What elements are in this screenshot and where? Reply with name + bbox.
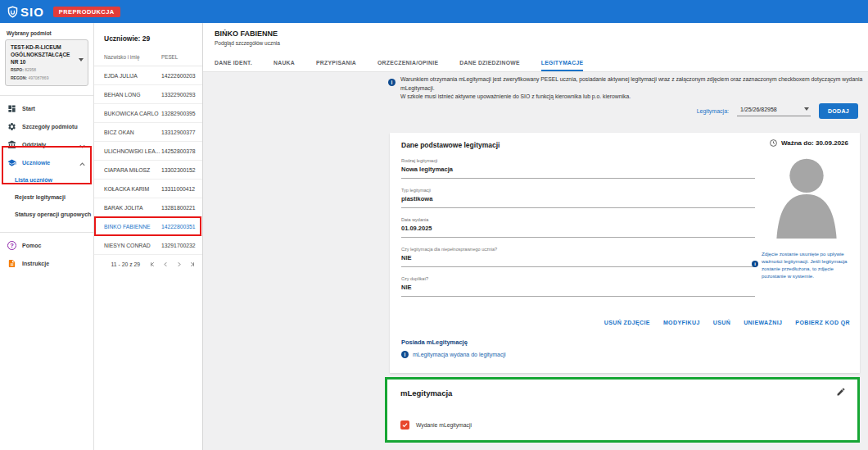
chevron-up-icon: [78, 160, 87, 169]
sidebar-item-start[interactable]: Start: [0, 99, 93, 117]
field-data-wydania: Data wydania 01.09.2025: [401, 217, 755, 238]
sidebar-item-uczniowie[interactable]: Uczniowie: [0, 153, 93, 171]
legitymacja-select-label: Legitymacja:: [697, 108, 729, 114]
pagination-range: 11 - 20 z 29: [111, 261, 140, 267]
tab-legitymacje[interactable]: LEGITYMACJE: [541, 60, 584, 71]
graduation-cap-icon: [7, 158, 16, 167]
main-content: i Warunkiem otrzymania mLegitymacji jest…: [203, 72, 868, 450]
student-name: BEHAN LONG: [104, 92, 161, 98]
table-row[interactable]: ULICHNOWSKI LEA...14252800378: [94, 142, 202, 161]
last-page-button[interactable]: [188, 261, 196, 268]
tab-nauka[interactable]: NAUKA: [274, 60, 295, 71]
invalidate-button[interactable]: UNIEWAŻNIJ: [744, 320, 782, 325]
field-typ-legitymacji: Typ legitymacji plastikowa: [401, 188, 755, 208]
delete-photo-button[interactable]: USUŃ ZDJĘCIE: [604, 320, 650, 325]
table-row[interactable]: KOŁACKA KARIM13311000412: [94, 180, 202, 198]
mlegitymacja-card: mLegitymacja Wydanie mLegitymacji: [385, 377, 860, 443]
gear-icon: [7, 122, 16, 131]
bank-icon: [7, 140, 16, 149]
sidebar-item-pomoc[interactable]: ? Pomoc: [0, 236, 93, 254]
sidebar-item-lista-uczniow[interactable]: Lista uczniów: [0, 171, 93, 189]
student-pesel: 13281800221: [161, 205, 196, 211]
app-root: SIO PREPRODUKCJA Wybrany podmiot TEST-KD…: [0, 0, 868, 450]
tab-bar: DANE IDENT. NAUKA PRZYPISANIA ORZECZENIA…: [215, 60, 868, 71]
list-header: Nazwisko i imię PESEL: [94, 54, 202, 66]
dashboard-icon: [7, 104, 16, 113]
environment-badge: PREPRODUKCJA: [53, 7, 120, 17]
first-page-button[interactable]: [149, 261, 156, 268]
pencil-icon: [836, 387, 846, 397]
legitymacja-select-value: 1/25/26/82958: [740, 107, 777, 112]
entity-select[interactable]: TEST-KD-R-LICEUM OGÓLNOKSZTAŁCĄCE NR 10 …: [5, 39, 88, 86]
student-name: CIAPARA MIŁOSZ: [104, 167, 161, 173]
tab-dane-dziedzinowe[interactable]: DANE DZIEDZINOWE: [459, 60, 520, 71]
delete-button[interactable]: USUŃ: [713, 320, 730, 325]
sidebar-item-instrukcje[interactable]: Instrukcje: [0, 254, 93, 272]
valid-until-text: Ważna do: 30.09.2026: [781, 139, 848, 147]
mlegitymacja-checkbox-label: Wydanie mLegitymacji: [416, 422, 472, 428]
entity-regon: REGON: 497087869: [11, 75, 77, 82]
prev-page-button[interactable]: [162, 261, 170, 268]
page-title: BIŃKO FABIENNE: [215, 30, 868, 38]
pagination: 11 - 20 z 29: [94, 261, 202, 268]
table-row[interactable]: CIAPARA MIŁOSZ13302300152: [94, 161, 202, 180]
student-pesel: 13312900377: [161, 130, 196, 135]
student-name: EJDA JULIJA: [104, 73, 161, 79]
sidebar-item-statusy-operacji-grupowych[interactable]: Statusy operacji grupowych: [0, 206, 93, 223]
student-name: BUKOWICKA CARLO: [104, 111, 161, 116]
field-rodzaj-legitymacji: Rodzaj legitymacji Nowa legitymacja: [401, 158, 755, 179]
modify-button[interactable]: MODYFIKUJ: [663, 320, 700, 325]
mlegitymacja-issued-note: i mLegitymacja wydana do legitymacji: [401, 351, 506, 358]
edit-button[interactable]: [836, 387, 846, 397]
student-name: NIESYN CONRAD: [104, 243, 161, 248]
tab-przypisania[interactable]: PRZYPISANIA: [316, 60, 356, 71]
table-row[interactable]: BICZ OKAN13312900377: [94, 123, 202, 142]
mlegitymacja-checkbox-row[interactable]: Wydanie mLegitymacji: [400, 420, 472, 430]
mlegitymacja-checkbox[interactable]: [400, 420, 409, 430]
photo-placeholder: [768, 154, 845, 243]
column-header-name: Nazwisko i imię: [104, 54, 161, 60]
column-header-pesel: PESEL: [161, 54, 178, 60]
info-icon: i: [401, 351, 409, 358]
divider: [0, 95, 93, 96]
table-row[interactable]: BUKOWICKA CARLO13282900395: [94, 104, 202, 123]
student-list-panel: Uczniowie: 29 Nazwisko i imię PESEL EJDA…: [94, 23, 203, 450]
info-icon: i: [388, 79, 396, 86]
has-mlegitymacja-label: Posiada mLegitymację: [401, 339, 468, 346]
download-qr-button[interactable]: POBIERZ KOD QR: [795, 320, 850, 325]
entity-rspo: RSPO: 82958: [11, 67, 77, 74]
check-icon: [401, 421, 409, 429]
student-pesel: 13282900395: [161, 111, 196, 116]
chevron-down-icon: [804, 107, 809, 111]
tab-orzeczenia-opinie[interactable]: ORZECZENIA/OPINIE: [377, 60, 438, 71]
sidebar-item-oddzialy[interactable]: Oddziały: [0, 135, 93, 153]
photo-note-text: Zdjęcie zostanie usunięte po upływie waż…: [762, 251, 858, 280]
topbar: SIO PREPRODUKCJA: [0, 0, 868, 23]
next-page-button[interactable]: [175, 261, 183, 268]
info-text-line2: W szkole musi istnieć aktywne upoważnien…: [400, 93, 867, 102]
legitymacja-select[interactable]: 1/25/26/82958: [737, 107, 811, 116]
table-row[interactable]: BARAK JOLITA13281800221: [94, 198, 202, 217]
table-row[interactable]: BEHAN LONG13322900293: [94, 85, 202, 104]
sidebar-item-rejestr-legitymacji[interactable]: Rejestr legitymacji: [0, 189, 93, 206]
basic-data-card: Dane podstawowe legitymacji Ważna do: 30…: [390, 133, 860, 373]
tab-dane-ident[interactable]: DANE IDENT.: [215, 60, 252, 71]
student-pesel: 13322900293: [161, 92, 196, 98]
mlegitymacja-title: mLegitymacja: [400, 389, 452, 398]
student-pesel: 13311000412: [161, 186, 195, 192]
field-list: Rodzaj legitymacji Nowa legitymacja Typ …: [401, 158, 755, 306]
student-name: BICZ OKAN: [104, 130, 161, 135]
sidebar-item-szczegoly-podmiotu[interactable]: Szczegóły podmiotu: [0, 117, 93, 135]
card-actions: USUŃ ZDJĘCIE MODYFIKUJ USUŃ UNIEWAŻNIJ P…: [604, 320, 850, 325]
student-pesel: 14222800351: [161, 224, 196, 230]
table-row[interactable]: EJDA JULIJA14222600203: [94, 66, 202, 85]
student-name: KOŁACKA KARIM: [104, 186, 161, 192]
table-row-selected[interactable]: BIŃKO FABIENNE14222800351: [94, 217, 202, 236]
add-button[interactable]: DODAJ: [819, 103, 858, 119]
table-row[interactable]: NIESYN CONRAD13291700232: [94, 236, 202, 255]
shield-icon: [7, 6, 19, 18]
student-name: BARAK JOLITA: [104, 205, 161, 211]
student-name: BIŃKO FABIENNE: [104, 224, 161, 230]
valid-until: Ważna do: 30.09.2026: [769, 139, 848, 148]
logo-text: SIO: [20, 5, 44, 19]
